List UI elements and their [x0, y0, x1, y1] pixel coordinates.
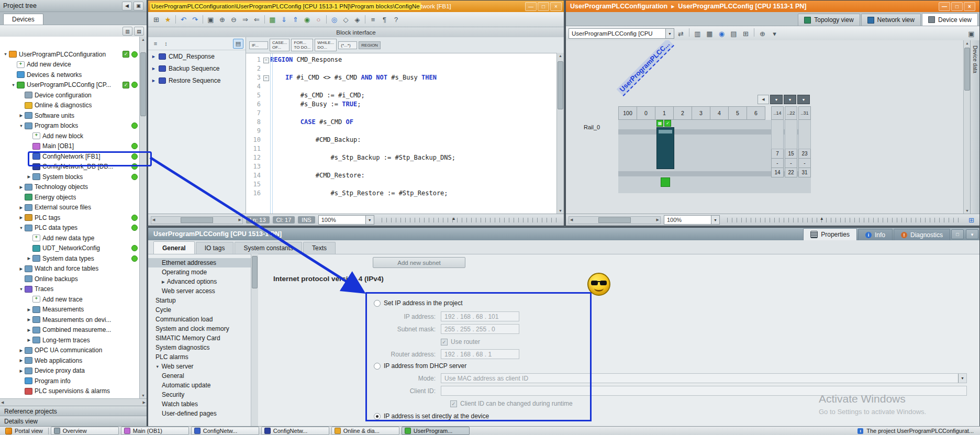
- code-line[interactable]: 12 #s_Stp_Backup := #Stp_Backup_DNS;: [246, 153, 564, 162]
- scrollbar-thumb[interactable]: [598, 217, 631, 223]
- scrollbar-thumb[interactable]: [252, 256, 258, 288]
- chevron-down-icon[interactable]: ▼: [365, 216, 374, 224]
- comment-icon[interactable]: ¶: [379, 14, 390, 25]
- nav-item-plc-alarms[interactable]: PLC alarms: [148, 352, 251, 362]
- chevron-down-icon[interactable]: ▼: [18, 124, 25, 128]
- chevron-down-icon[interactable]: ▼: [711, 216, 719, 224]
- taskbar-button-online-dia[interactable]: Online & dia...: [331, 427, 399, 435]
- tree-item-long-term-traces[interactable]: ▶Long-term traces: [0, 335, 140, 345]
- chevron-right-icon[interactable]: ▶: [18, 266, 25, 271]
- tree-item-userprogramplcconfig-cp[interactable]: ▼UserProgramPLCConfig [CP...✓: [0, 80, 140, 91]
- region-item-cmd-response[interactable]: ►CMD_Response: [148, 50, 246, 62]
- nav-item-automatic-update[interactable]: Automatic update: [148, 381, 251, 390]
- snippet-for[interactable]: FOR... TO DO...: [291, 39, 313, 51]
- tree-item-system-blocks[interactable]: ▶System blocks: [0, 172, 140, 182]
- help-icon[interactable]: ?: [391, 14, 402, 25]
- pin-panel-icon[interactable]: ▣: [133, 2, 143, 10]
- filter-columns-icon[interactable]: ▥: [122, 27, 132, 36]
- snippet-[interactable]: (*...*): [338, 41, 357, 49]
- collapse-region-icon[interactable]: −: [263, 75, 269, 81]
- device-hscrollbar[interactable]: ◀▶: [569, 216, 661, 224]
- redo-icon[interactable]: ↷: [190, 14, 201, 25]
- tab-info[interactable]: iInfo: [858, 229, 893, 240]
- maximize-icon[interactable]: □: [951, 2, 963, 11]
- tree-item-device-configuration[interactable]: Device configuration: [0, 90, 140, 101]
- taskbar-button-userprogram[interactable]: UserProgram...: [402, 427, 470, 435]
- go-offline-icon[interactable]: ○: [313, 14, 324, 25]
- minimize-icon[interactable]: —: [525, 2, 537, 11]
- region-marker-icon[interactable]: ►: [151, 78, 156, 83]
- region-marker-icon[interactable]: ►: [151, 66, 156, 71]
- region-item-restore-sequence[interactable]: ►Restore Sequence: [148, 74, 246, 86]
- monitor-icon[interactable]: ◉: [716, 28, 727, 39]
- tree-item-add-new-trace[interactable]: +Add new trace: [0, 294, 140, 305]
- collapse-all-icon[interactable]: ⊖: [228, 14, 239, 25]
- scroll-right-icon[interactable]: ▶: [656, 218, 659, 222]
- scroll-right-icon[interactable]: ▶: [239, 218, 241, 222]
- tree-item-opc-ua-communication[interactable]: ▶OPC UA communication: [0, 345, 140, 356]
- slot-group-dropdown-icon[interactable]: ▼: [797, 95, 810, 104]
- chevron-right-icon[interactable]: ▶: [26, 174, 32, 179]
- tree-item-technology-objects[interactable]: ▶Technology objects: [0, 182, 140, 193]
- tree-item-external-source-files[interactable]: ▶External source files: [0, 203, 140, 213]
- tab-device-view[interactable]: Device view: [922, 13, 978, 26]
- scroll-left-icon[interactable]: ◀: [1, 400, 4, 405]
- code-line[interactable]: 4: [246, 82, 564, 91]
- nav-item-communication-load[interactable]: Communication load: [148, 315, 251, 324]
- details-view-section[interactable]: Details view: [0, 416, 147, 426]
- nav-item-simatic-memory-card[interactable]: SIMATIC Memory Card: [148, 333, 251, 343]
- snippet-region[interactable]: REGION: [359, 41, 381, 49]
- keep-values-icon[interactable]: ◈: [352, 14, 363, 25]
- code-line[interactable]: 15: [246, 180, 564, 188]
- device-zoom-slider[interactable]: ▲: [727, 218, 959, 222]
- properties-nav-scrollbar[interactable]: [251, 254, 258, 426]
- code-line[interactable]: 14 #CMD_Restore:: [246, 171, 564, 180]
- region-item-backup-sequence[interactable]: ►Backup Sequence: [148, 62, 246, 74]
- region-marker-icon[interactable]: ►: [151, 54, 156, 59]
- slot-header-2[interactable]: 2: [673, 106, 692, 120]
- slider-thumb-icon[interactable]: ▲: [452, 216, 456, 221]
- tree-item-online-diagnostics[interactable]: Online & diagnostics: [0, 101, 140, 111]
- maximize-panel-icon[interactable]: □: [951, 229, 964, 239]
- slot-header-0[interactable]: 0: [637, 106, 655, 120]
- editor-zoom-select[interactable]: 100%▼: [318, 215, 374, 225]
- device-view-title-bar[interactable]: UserProgramPLCConfiguration ▶ UserProgra…: [566, 1, 979, 12]
- editor-title-bar[interactable]: UserProgramPLCConfiguration\UserProgramP…: [148, 1, 564, 12]
- code-scrollbar[interactable]: ▲ ▼: [556, 53, 564, 214]
- tab-topology-view[interactable]: Topology view: [798, 14, 860, 26]
- snippet-while[interactable]: WHILE... DO...: [315, 39, 337, 51]
- chevron-right-icon[interactable]: ▶: [18, 215, 25, 220]
- snippet-if[interactable]: IF...: [249, 41, 268, 49]
- chevron-right-icon[interactable]: ▶: [18, 113, 25, 118]
- detect-device-icon[interactable]: ⇄: [675, 28, 686, 39]
- cpu-module[interactable]: ▦ ✓: [656, 120, 674, 187]
- nav-item-general[interactable]: General: [148, 371, 251, 381]
- nav-item-web-server[interactable]: ▼Web server: [148, 362, 251, 371]
- table-view-icon[interactable]: ▤: [728, 28, 739, 39]
- details-columns-icon[interactable]: ▤: [134, 27, 144, 36]
- nav-item-watch-tables[interactable]: Watch tables: [148, 399, 251, 409]
- chevron-down-icon[interactable]: ▼: [18, 287, 25, 292]
- nav-item-operating-mode[interactable]: Operating mode: [148, 267, 251, 277]
- tree-item-plc-data-types[interactable]: ▼PLC data types: [0, 223, 140, 233]
- collapse-panel-left-icon[interactable]: ◀: [122, 2, 132, 10]
- code-line[interactable]: 9: [246, 126, 564, 135]
- code-line[interactable]: 1−REGION CMD_Response: [246, 55, 564, 64]
- tree-item-web-applications[interactable]: ▶Web applications: [0, 355, 140, 366]
- editor-zoom-slider[interactable]: ▲: [382, 218, 557, 222]
- close-icon[interactable]: ×: [964, 2, 975, 11]
- close-icon[interactable]: ×: [550, 2, 562, 11]
- chevron-right-icon[interactable]: ▶: [26, 256, 32, 261]
- chevron-down-icon[interactable]: ▼: [2, 52, 9, 57]
- tree-item-udt-networkconfig[interactable]: UDT_NetworkConfig: [0, 243, 140, 254]
- upload-icon[interactable]: ⇑: [290, 14, 301, 25]
- zoom-in-icon[interactable]: ⊕: [757, 28, 768, 39]
- chevron-right-icon[interactable]: ▶: [18, 348, 25, 353]
- favorites-icon[interactable]: ★: [162, 14, 173, 25]
- code-line[interactable]: 11: [246, 144, 564, 153]
- expand-regions-icon[interactable]: ≡: [150, 39, 161, 49]
- device-select-dropdown[interactable]: UserProgramPLCConfig [CPU▼: [569, 28, 674, 39]
- tree-item-add-new-data-type[interactable]: +Add new data type: [0, 233, 140, 243]
- grid-icon[interactable]: ⊞: [740, 28, 751, 39]
- code-line[interactable]: 8 CASE #s_CMD OF: [246, 117, 564, 126]
